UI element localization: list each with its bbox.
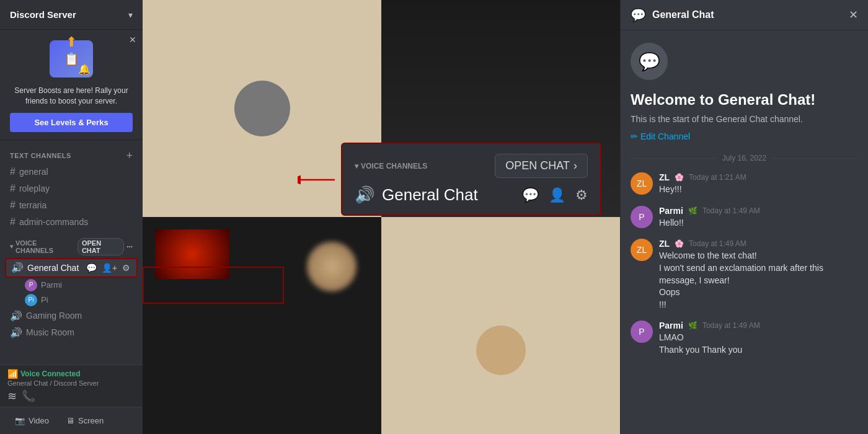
avatar: P [631, 206, 653, 228]
open-chat-container: Open Chat › [495, 154, 588, 178]
message-text: Hey!!! [659, 184, 858, 196]
edit-channel-link[interactable]: ✏ Edit Channel [631, 131, 858, 141]
channel-roleplay[interactable]: # roleplay [5, 180, 138, 197]
close-button[interactable]: ✕ [849, 8, 858, 22]
speaker-icon: 🔊 [10, 327, 22, 339]
dropdown-icon: › [574, 159, 577, 172]
server-header[interactable]: Discord Server ▾ [0, 0, 143, 30]
options-icon: ··· [126, 242, 133, 251]
speaker-icon: 🔊 [11, 262, 24, 273]
voice-channel-gaming-room[interactable]: 🔊 Gaming Room [5, 308, 138, 324]
add-channel-icon[interactable]: + [126, 150, 133, 161]
message-author: Parmi [659, 321, 683, 330]
right-panel: 💬 General Chat ✕ 💬 Welcome to General Ch… [620, 0, 868, 434]
message-group: P Parmi 🌿 Today at 1:49 AM LMAO Thank yo… [631, 321, 858, 356]
phone-leave-icon[interactable]: 📞 [22, 389, 35, 403]
message-header: ZL 🌸 Today at 1:21 AM [659, 172, 858, 182]
message-header: ZL 🌸 Today at 1:49 AM [659, 239, 858, 249]
video-cell-3 [143, 217, 381, 434]
voice-channels-header[interactable]: ▾ VOICE CHANNELS Open Chat ··· [5, 236, 138, 258]
video-grid [143, 0, 620, 434]
text-channels-section: TEXT CHANNELS + # general # roleplay # t… [0, 140, 143, 233]
boost-icon: 🌿 [688, 206, 698, 215]
chevron-down-icon: ▾ [128, 10, 133, 20]
message-group: P Parmi 🌿 Today at 1:49 AM Hello!! [631, 206, 858, 229]
boost-icon: 🌸 [675, 173, 684, 182]
channel-general[interactable]: # general [5, 164, 138, 180]
chat-icon[interactable]: 💬 [522, 187, 539, 203]
boost-banner: ✕ 📋 ⬆ 🔔 Server Boosts are here! Rally yo… [0, 30, 143, 140]
chat-icon[interactable]: 💬 [85, 262, 98, 274]
message-timestamp: Today at 1:49 AM [689, 239, 746, 248]
boost-arrow-icon: ⬆ [66, 34, 77, 50]
settings-icon[interactable]: ⚙ [121, 262, 131, 274]
channel-terraria[interactable]: # terraria [5, 197, 138, 213]
channel-name: roleplay [19, 184, 133, 193]
signal-icon: 📶 [7, 369, 18, 379]
server-title: Discord Server [10, 9, 76, 20]
message-text: I won't send an exclamation mark after t… [659, 262, 858, 286]
popup-box: ▾ VOICE CHANNELS Open Chat › 🔊 General C… [341, 143, 601, 216]
message-author: ZL [659, 172, 670, 182]
text-channels-header[interactable]: TEXT CHANNELS + [5, 150, 138, 161]
message-text: Welcome to the text chat! [659, 250, 858, 262]
voice-member-parmi[interactable]: P Parmi [5, 278, 138, 293]
voice-channel-general-chat[interactable]: 🔊 General Chat 💬 👤+ ⚙ [5, 258, 138, 278]
message-text: Thank you Thank you [659, 344, 858, 356]
member-name: Pi [41, 295, 48, 304]
hash-icon: # [10, 183, 16, 194]
voice-member-pi[interactable]: Pi Pi [5, 293, 138, 308]
close-icon[interactable]: ✕ [129, 35, 136, 45]
avatar [234, 81, 290, 136]
voice-channel-name: Gaming Room [26, 311, 82, 321]
message-author: Parmi [659, 206, 683, 216]
open-chat-button[interactable]: Open Chat › [495, 154, 588, 178]
open-chat-label: Open Chat [505, 159, 570, 172]
right-panel-title: General Chat [652, 9, 843, 20]
hash-icon: # [10, 200, 16, 211]
see-levels-button[interactable]: See Levels & Perks [10, 113, 133, 132]
screen-button[interactable]: 🖥 Screen [61, 412, 108, 429]
video-label: Video [29, 416, 49, 425]
channel-name: admin-commands [19, 217, 133, 227]
open-chat-badge: Open Chat [78, 238, 124, 255]
message-content: ZL 🌸 Today at 1:21 AM Hey!!! [659, 172, 858, 196]
channel-name: terraria [19, 200, 133, 210]
pencil-icon: ✏ [631, 131, 638, 141]
hash-icon: # [10, 166, 16, 177]
message-text: Hello!! [659, 217, 858, 229]
voice-controls: ≋ 📞 [7, 389, 135, 403]
message-header: Parmi 🌿 Today at 1:49 AM [659, 206, 858, 216]
avatar [476, 326, 526, 375]
voice-connected-bar: 📶 Voice Connected General Chat / Discord… [0, 365, 143, 407]
blurred-avatar [307, 242, 356, 291]
channel-admin-commands[interactable]: # admin-commands [5, 214, 138, 230]
speaker-icon: 🔊 [10, 310, 22, 322]
popup-voice-header: ▾ VOICE CHANNELS Open Chat › [355, 154, 588, 178]
settings-icon[interactable]: ⚙ [575, 187, 588, 203]
voice-connected-status: 📶 Voice Connected [7, 369, 135, 379]
wave-icon[interactable]: ≋ [7, 389, 17, 403]
voice-channel-name: Music Room [26, 327, 74, 337]
video-button[interactable]: 📷 Video [10, 412, 54, 429]
boost-image: 📋 ⬆ 🔔 [46, 37, 96, 81]
date-divider: July 16, 2022 [631, 154, 858, 162]
welcome-icon: 💬 [631, 43, 668, 80]
boost-icon-bg: 📋 ⬆ 🔔 [50, 40, 93, 78]
message-header: Parmi 🌿 Today at 1:49 AM [659, 321, 858, 330]
speaker-icon: 🔊 [355, 185, 374, 205]
add-member-icon[interactable]: 👤 [549, 187, 565, 203]
message-content: ZL 🌸 Today at 1:49 AM Welcome to the tex… [659, 239, 858, 311]
spacer [0, 343, 143, 365]
voice-location: General Chat / Discord Server [7, 379, 135, 387]
add-member-icon[interactable]: 👤+ [100, 262, 118, 274]
voice-channel-name: General Chat [27, 263, 85, 273]
popup-channel-name: General Chat [382, 185, 515, 205]
boost-icon: 🌿 [688, 321, 698, 330]
date-text: July 16, 2022 [722, 154, 766, 162]
main-content: ▾ VOICE CHANNELS Open Chat › 🔊 General C… [143, 0, 620, 434]
popup-overlay: ▾ VOICE CHANNELS Open Chat › 🔊 General C… [341, 143, 601, 216]
voice-channel-music-room[interactable]: 🔊 Music Room [5, 324, 138, 341]
message-author: ZL [659, 239, 670, 249]
voice-channels-section: ▾ VOICE CHANNELS Open Chat ··· 🔊 General… [0, 233, 143, 343]
